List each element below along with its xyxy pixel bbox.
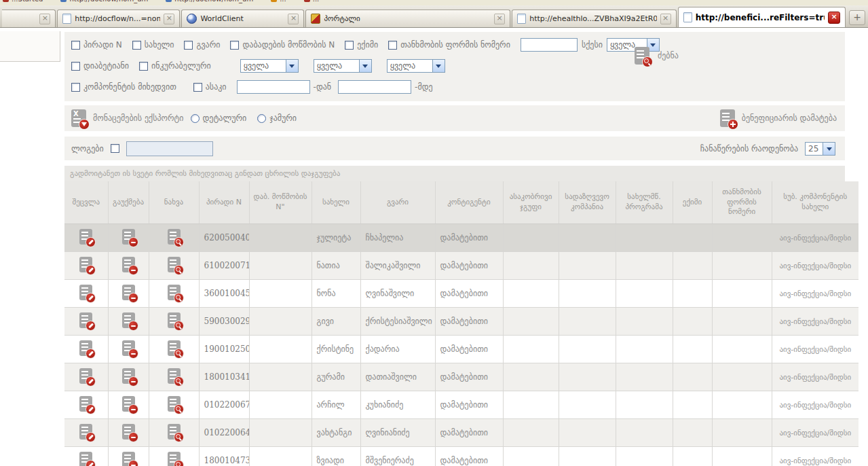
column-header[interactable]: ნახვა: [149, 181, 199, 224]
filter-select-1[interactable]: ყველა: [240, 59, 299, 73]
cancel-record-button[interactable]: [122, 229, 135, 247]
column-header[interactable]: პირადი N: [199, 181, 249, 224]
bookmark-item[interactable]: http://docflow/nom_um: [166, 0, 253, 3]
checkbox[interactable]: [184, 41, 193, 50]
tab-close-button[interactable]: ×: [828, 12, 840, 24]
age-from-input[interactable]: [237, 80, 310, 94]
edit-record-button[interactable]: [79, 452, 92, 466]
tab-close-button[interactable]: ×: [39, 14, 50, 24]
view-record-button[interactable]: [168, 340, 181, 358]
view-record-button[interactable]: [168, 368, 181, 386]
edit-record-button[interactable]: [79, 424, 92, 442]
filter-checkbox-item: ექიმი: [345, 40, 378, 50]
column-header[interactable]: სახელმწ. პროგრამა: [616, 181, 673, 224]
bookmark-item[interactable]: ...Started: [3, 0, 43, 3]
tab-title: WorldClient: [200, 14, 284, 23]
action-cell: [108, 280, 149, 308]
tab-close-button[interactable]: ×: [494, 14, 505, 24]
cell-sub_component: აივ-ინფექცია/შიდსი: [772, 363, 858, 391]
cell-last_name: მშვენიერაძე: [360, 447, 435, 466]
edit-record-button[interactable]: [79, 396, 92, 414]
tab-close-button[interactable]: ×: [660, 14, 671, 24]
browser-tab[interactable]: http://benefici...reFilters=true×: [678, 7, 846, 27]
browser-tab[interactable]: ×: [2, 10, 56, 27]
consent-form-number-input[interactable]: [521, 38, 578, 52]
view-record-button[interactable]: [168, 229, 181, 247]
cell-insurance_company: [559, 252, 616, 280]
browser-tab[interactable]: http://docflow/n...=nom_user_sess_×: [57, 10, 180, 27]
new-tab-button[interactable]: +: [849, 10, 865, 25]
records-count-select[interactable]: 25: [805, 142, 835, 156]
cell-age_group: [503, 419, 559, 447]
tab-close-button[interactable]: ×: [288, 14, 299, 24]
column-header[interactable]: შეცვლა: [64, 181, 108, 224]
view-record-button[interactable]: [168, 257, 181, 274]
edit-record-button[interactable]: [79, 285, 92, 302]
checkbox[interactable]: [132, 41, 141, 50]
cancel-record-button[interactable]: [122, 424, 135, 442]
checkbox[interactable]: [230, 41, 239, 50]
edit-record-button[interactable]: [79, 312, 92, 330]
cell-doctor: [673, 252, 712, 280]
edit-record-button[interactable]: [79, 257, 92, 274]
logs-checkbox[interactable]: [111, 144, 119, 153]
browser-tab[interactable]: http://ehealthlo...ZVBhaXI9a2EtR0U1×: [512, 10, 676, 27]
checkbox[interactable]: [139, 62, 148, 71]
checkbox[interactable]: [71, 62, 80, 71]
age-to-input[interactable]: [338, 80, 411, 94]
action-cell: [108, 363, 149, 391]
checkbox[interactable]: [388, 41, 397, 50]
edit-record-button[interactable]: [79, 229, 92, 247]
action-cell: [64, 447, 108, 466]
edit-record-button[interactable]: [79, 340, 92, 358]
edit-record-button[interactable]: [79, 368, 92, 386]
column-header[interactable]: ექიმი: [673, 181, 712, 224]
column-header[interactable]: კონტიგენტი: [435, 181, 503, 224]
tab-close-button[interactable]: ×: [164, 14, 174, 24]
column-header[interactable]: თანხმობის ფორმის ნომერი: [712, 181, 772, 224]
checkbox[interactable]: [345, 41, 354, 50]
browser-tab[interactable]: WorldClient×: [181, 10, 304, 27]
column-header[interactable]: სადაზღვევო კომპანია: [559, 181, 616, 224]
column-header[interactable]: სახელი: [312, 181, 360, 224]
checkbox[interactable]: [193, 83, 202, 92]
cancel-record-button[interactable]: [122, 257, 135, 274]
cancel-record-icon: [122, 312, 135, 328]
radio-button[interactable]: [191, 114, 200, 123]
filter-select-3[interactable]: ყველა: [387, 59, 445, 73]
export-data-button[interactable]: X მონაცემების ექსპორტი: [71, 109, 184, 127]
search-button[interactable]: ძებნა: [635, 47, 679, 65]
cell-state_program: [616, 391, 673, 419]
column-header[interactable]: დაბ. მოწმობის N": [249, 181, 312, 224]
view-record-button[interactable]: [168, 312, 181, 330]
radio-button[interactable]: [257, 114, 266, 123]
column-header[interactable]: გვარი: [360, 181, 435, 224]
cell-sub_component: აივ-ინფექცია/შიდსი: [772, 419, 858, 447]
cell-personal_n: 62005004052: [199, 224, 249, 252]
cancel-record-button[interactable]: [122, 396, 135, 414]
bookmark-item[interactable]: http://docflow/nom_um: [60, 0, 148, 3]
view-record-button[interactable]: [168, 452, 181, 466]
view-record-button[interactable]: [168, 396, 181, 414]
checkbox[interactable]: [71, 41, 80, 50]
left-frame-remnant: [0, 31, 60, 62]
logs-input[interactable]: [126, 141, 213, 156]
cancel-record-button[interactable]: [122, 312, 135, 330]
column-header[interactable]: სუბ. კომპონენტის სახელი: [772, 181, 858, 224]
view-record-button[interactable]: [168, 285, 181, 302]
cancel-record-button[interactable]: [122, 452, 135, 466]
column-header[interactable]: ასაკობრივი ჯგუფი: [503, 181, 559, 224]
cancel-record-button[interactable]: [122, 340, 135, 358]
action-cell: [64, 336, 108, 363]
browser-tab[interactable]: პორტალი×: [305, 10, 510, 27]
add-beneficiary-button[interactable]: ბენეფიციარის დამატება: [720, 109, 837, 127]
bookmark-item[interactable]: ...: [271, 0, 286, 3]
column-header[interactable]: გაუქმება: [108, 181, 149, 224]
bookmark-item[interactable]: ...: [304, 0, 320, 3]
cancel-record-button[interactable]: [122, 285, 135, 302]
view-record-button[interactable]: [168, 424, 181, 442]
filter-select-2[interactable]: ყველა: [314, 59, 372, 73]
checkbox[interactable]: [71, 83, 80, 92]
cancel-record-button[interactable]: [122, 368, 135, 386]
table-row: 36001004539ნონაღვინაშვილიდამატებითიაივ-ი…: [64, 280, 858, 308]
